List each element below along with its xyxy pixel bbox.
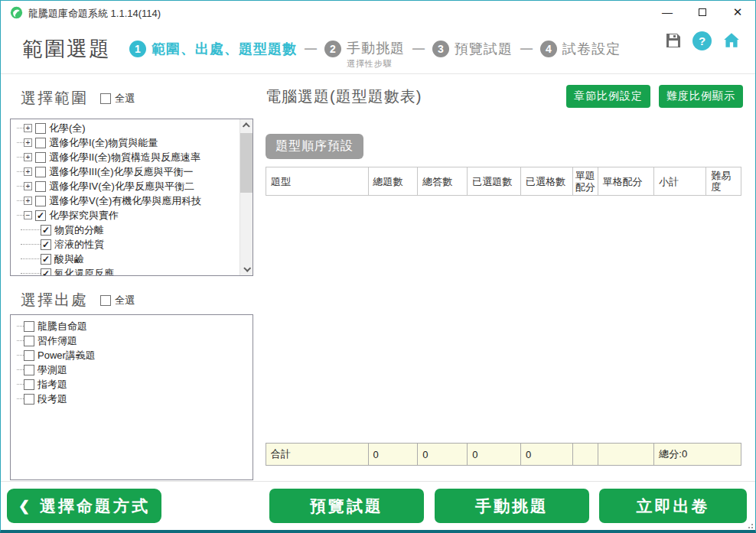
step-2-circle: 2 bbox=[324, 41, 341, 57]
source-label[interactable]: 習作簿題 bbox=[37, 334, 77, 348]
range-select-all-label: 全選 bbox=[115, 92, 135, 106]
source-label[interactable]: 段考題 bbox=[37, 392, 67, 406]
maximize-button[interactable] bbox=[685, 1, 720, 24]
source-label[interactable]: 指考題 bbox=[37, 378, 67, 392]
source-checkbox[interactable] bbox=[24, 394, 34, 405]
step-4-label: 試卷設定 bbox=[562, 40, 621, 58]
tree-checkbox[interactable] bbox=[35, 167, 46, 177]
expand-icon[interactable]: + bbox=[24, 197, 32, 205]
tree-label[interactable]: 溶液的性質 bbox=[54, 238, 104, 252]
footer-empty-cell bbox=[598, 444, 655, 465]
computer-selection-title: 電腦選題(題型題數表) bbox=[266, 86, 558, 107]
tree-row: ✓酸與鹼 bbox=[11, 252, 240, 266]
back-to-mode-button[interactable]: ❮ 選擇命題方式 bbox=[7, 489, 161, 523]
step-1-label: 範圍、出處、題型題數 bbox=[152, 40, 297, 58]
range-select-all-checkbox[interactable] bbox=[100, 93, 111, 104]
range-select-all[interactable]: 全選 bbox=[100, 92, 135, 106]
footer-total-label: 合計 bbox=[266, 444, 369, 465]
tree-label[interactable]: 選修化學IV(全)化學反應與平衡二 bbox=[49, 180, 194, 193]
footer-total-score: 總分:0 bbox=[654, 444, 741, 465]
right-panel: 電腦選題(題型題數表) 章節比例設定 難度比例顯示 題型順序預設 題型 總題數 … bbox=[266, 74, 743, 479]
question-table-footer: 合計 0 0 0 0 總分:0 bbox=[266, 443, 741, 466]
close-button[interactable]: ✕ bbox=[720, 1, 755, 24]
tree-row: +選修化學II(全)物質構造與反應速率 bbox=[11, 150, 240, 164]
tree-checkbox[interactable]: ✓ bbox=[41, 268, 51, 277]
tree-checkbox[interactable] bbox=[35, 196, 46, 206]
step-separator: — bbox=[412, 42, 425, 56]
tree-label[interactable]: 選修化學I(全)物質與能量 bbox=[49, 136, 158, 150]
tree-row: +化學(全) bbox=[11, 121, 240, 135]
tree-label[interactable]: 化學探究與實作 bbox=[49, 209, 119, 223]
list-item: 龍騰自命題 bbox=[11, 319, 253, 333]
preview-questions-button[interactable]: 預覽試題 bbox=[269, 489, 424, 523]
home-icon bbox=[722, 31, 741, 50]
expand-icon[interactable]: + bbox=[24, 167, 32, 176]
save-icon bbox=[664, 31, 683, 50]
source-label[interactable]: 龍騰自命題 bbox=[37, 320, 87, 333]
page-header: 範圍選題 1 範圍、出處、題型題數 — 2 手動挑題 選擇性步驟 — 3 預覽試… bbox=[1, 24, 755, 74]
tree-checkbox[interactable] bbox=[35, 138, 46, 148]
resize-grip[interactable] bbox=[746, 522, 753, 528]
list-item: 段考題 bbox=[11, 392, 253, 406]
source-checkbox[interactable] bbox=[24, 336, 34, 346]
maximize-icon bbox=[699, 8, 706, 16]
tree-row: +選修化學V(全)有機化學與應用科技 bbox=[11, 193, 240, 208]
scroll-down-icon[interactable] bbox=[240, 262, 253, 275]
generate-paper-button[interactable]: 立即出卷 bbox=[599, 489, 747, 523]
source-checkbox[interactable] bbox=[24, 350, 34, 361]
expand-icon[interactable]: + bbox=[24, 124, 32, 132]
expand-icon[interactable]: + bbox=[24, 153, 32, 161]
help-button[interactable]: ? bbox=[692, 31, 712, 50]
range-tree-scrollbar[interactable] bbox=[240, 119, 253, 275]
source-label[interactable]: 學測題 bbox=[37, 363, 67, 377]
question-order-button[interactable]: 題型順序預設 bbox=[266, 134, 363, 159]
tree-label[interactable]: 選修化學II(全)物質構造與反應速率 bbox=[49, 151, 200, 164]
tree-checkbox[interactable] bbox=[35, 152, 46, 163]
col-question-type: 題型 bbox=[266, 167, 369, 195]
window-title: 龍騰題庫命題系統 1.1.14(114) bbox=[28, 7, 161, 21]
step-4-circle: 4 bbox=[540, 41, 557, 57]
tree-checkbox[interactable]: ✓ bbox=[41, 225, 51, 236]
col-points-per-question: 單題配分 bbox=[573, 167, 598, 195]
tree-label[interactable]: 選修化學III(全)化學反應與平衡一 bbox=[49, 165, 194, 179]
expand-icon[interactable]: + bbox=[24, 138, 32, 147]
chevron-left-icon: ❮ bbox=[18, 498, 32, 515]
source-label[interactable]: Power講義題 bbox=[37, 349, 96, 362]
save-button[interactable] bbox=[664, 31, 683, 50]
tree-checkbox[interactable]: ✓ bbox=[35, 210, 46, 221]
source-select-all[interactable]: 全選 bbox=[100, 294, 135, 307]
step-4-paper-settings[interactable]: 4 試卷設定 bbox=[540, 40, 621, 58]
manual-pick-button[interactable]: 手動挑題 bbox=[435, 489, 589, 523]
list-item: 習作簿題 bbox=[11, 333, 253, 348]
tree-label[interactable]: 物質的分離 bbox=[54, 223, 104, 237]
difficulty-ratio-button[interactable]: 難度比例顯示 bbox=[659, 85, 743, 108]
col-difficulty: 難易度 bbox=[706, 167, 741, 195]
source-checkbox[interactable] bbox=[24, 379, 34, 390]
col-total-answers: 總答數 bbox=[418, 167, 468, 195]
tree-checkbox[interactable] bbox=[35, 181, 46, 192]
tree-label[interactable]: 化學(全) bbox=[49, 122, 86, 135]
scroll-up-icon[interactable] bbox=[240, 119, 253, 132]
col-selected-questions: 已選題數 bbox=[468, 167, 521, 195]
tree-checkbox[interactable]: ✓ bbox=[41, 254, 51, 265]
step-1-range[interactable]: 1 範圍、出處、題型題數 bbox=[129, 40, 297, 58]
minimize-button[interactable]: — bbox=[650, 1, 685, 24]
collapse-icon[interactable]: − bbox=[24, 211, 32, 219]
tree-checkbox[interactable]: ✓ bbox=[41, 239, 51, 250]
tree-label[interactable]: 選修化學V(全)有機化學與應用科技 bbox=[49, 194, 201, 208]
expand-icon[interactable]: + bbox=[24, 182, 32, 190]
source-section-title: 選擇出處 bbox=[21, 290, 88, 310]
tree-checkbox[interactable] bbox=[35, 123, 46, 134]
tree-label[interactable]: 氧化還原反應 bbox=[54, 267, 114, 277]
source-checkbox[interactable] bbox=[24, 365, 34, 375]
chapter-ratio-button[interactable]: 章節比例設定 bbox=[566, 85, 650, 108]
footer-selected-questions: 0 bbox=[468, 444, 521, 465]
step-2-manual-pick[interactable]: 2 手動挑題 選擇性步驟 bbox=[324, 34, 405, 64]
source-checkbox[interactable] bbox=[24, 321, 34, 332]
scrollbar-thumb[interactable] bbox=[240, 133, 253, 193]
home-button[interactable] bbox=[722, 31, 741, 50]
col-total-questions: 總題數 bbox=[369, 167, 419, 195]
source-select-all-checkbox[interactable] bbox=[100, 295, 111, 306]
tree-label[interactable]: 酸與鹼 bbox=[54, 252, 84, 266]
step-3-preview[interactable]: 3 預覽試題 bbox=[432, 40, 513, 58]
